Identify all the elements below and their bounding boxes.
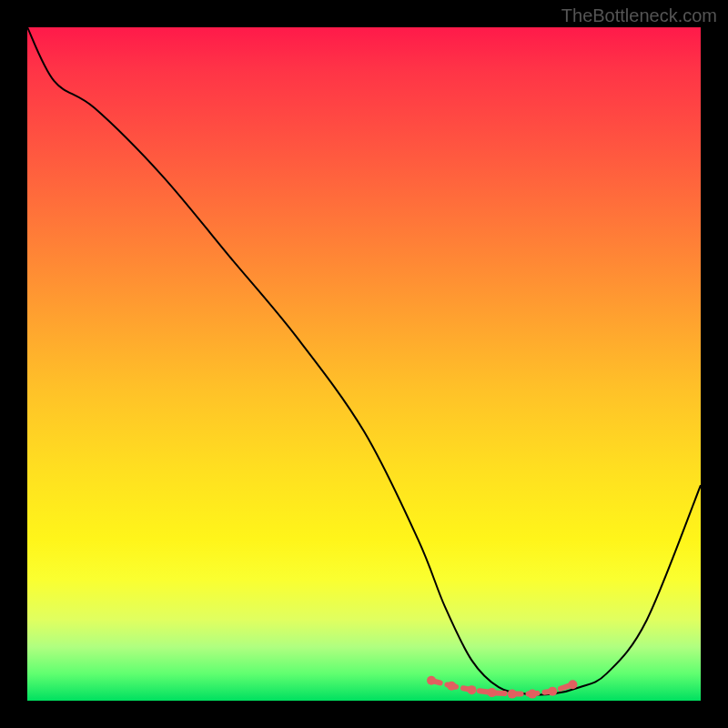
- highlight-dot: [488, 688, 497, 697]
- highlight-dot: [508, 690, 517, 699]
- highlight-dots: [427, 676, 577, 699]
- highlight-dot: [528, 690, 537, 699]
- highlight-dot: [568, 680, 577, 689]
- highlight-dot: [427, 676, 436, 685]
- plot-area: [27, 27, 701, 701]
- highlight-dot: [467, 685, 476, 694]
- highlight-dot: [548, 687, 557, 696]
- watermark-label: TheBottleneck.com: [561, 5, 717, 26]
- chart-root: TheBottleneck.com: [0, 0, 728, 728]
- chart-svg: [27, 27, 701, 701]
- series-curve: [27, 27, 701, 695]
- highlight-dot: [447, 682, 456, 691]
